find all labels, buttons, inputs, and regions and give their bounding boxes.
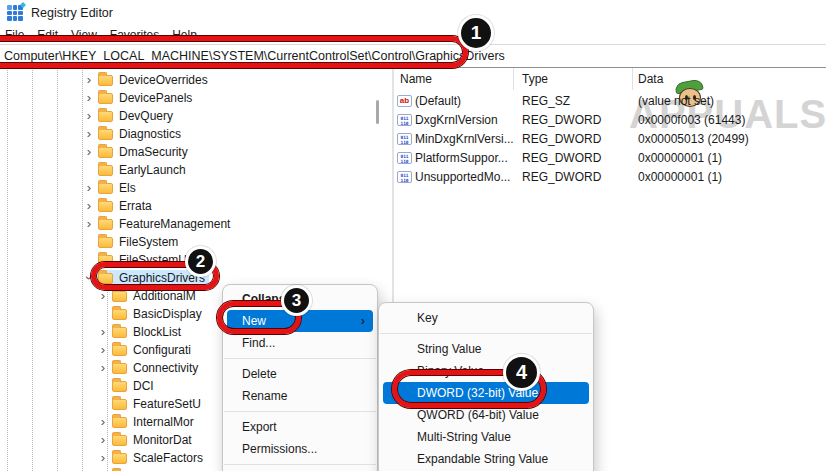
tree-item-core: Connectivity [110,360,202,376]
tree-item-core: DCI [110,378,158,394]
chevron-right-icon[interactable]: › [82,181,96,195]
column-header-type[interactable]: Type [522,72,548,86]
value-type: REG_DWORD [522,170,601,184]
submenu-item-multi-string-value[interactable]: Multi-String Value [383,426,589,448]
value-data: 0x00000001 (1) [638,151,722,165]
folder-icon [112,327,127,338]
submenu-arrow-icon: › [361,310,365,332]
tree-item-label: Connectivity [133,361,198,375]
folder-icon [98,165,113,176]
tree-scrollbar-thumb[interactable] [376,100,379,124]
chevron-right-icon[interactable]: › [96,325,110,339]
value-list: ab(Default)REG_SZ(value not set)011110Dx… [395,92,826,187]
step-4-badge: 4 [503,354,540,391]
chevron-right-icon[interactable]: › [96,433,110,447]
tree-item-label: FileSystem [119,235,178,249]
tree-item-els[interactable]: ›Els [0,179,392,197]
value-row[interactable]: 011110UnsupportedMo...REG_DWORD0x0000000… [395,168,826,187]
context-menu-item-rename[interactable]: Rename [227,385,373,407]
chevron-right-icon[interactable]: › [82,217,96,231]
folder-icon [112,309,127,320]
context-menu-item-delete[interactable]: Delete [227,363,373,385]
value-row[interactable]: 011110PlatformSuppor...REG_DWORD0x000000… [395,149,826,168]
tree-item-core: FileSystem [96,234,182,250]
step-1-badge: 1 [458,15,494,51]
chevron-right-icon[interactable]: › [96,289,110,303]
tree-item-dmasecurity[interactable]: ›DmaSecurity [0,143,392,161]
value-type: REG_DWORD [522,113,601,127]
folder-icon [112,399,127,410]
highlight-oval-address-bar [0,36,468,68]
submenu-item-expandable-string-value[interactable]: Expandable String Value [383,448,589,470]
menu-separator [224,411,376,412]
chevron-right-icon[interactable]: › [82,91,96,105]
submenu-item-string-value[interactable]: String Value [383,338,589,360]
folder-icon [112,453,127,464]
tree-item-core: DmaSecurity [96,144,192,160]
value-name: PlatformSuppor... [415,151,508,165]
value-data: 0x00005013 (20499) [638,132,749,146]
dword-value-icon: 011110 [397,152,412,164]
value-data: (value not set) [638,94,714,108]
submenu-item-key[interactable]: Key [383,307,589,329]
value-name: UnsupportedMo... [415,170,510,184]
value-type: REG_SZ [522,94,570,108]
value-row[interactable]: 011110DxgKrnlVersionREG_DWORD0x0000f003 … [395,111,826,130]
folder-icon [98,93,113,104]
menu-separator [380,333,592,334]
tree-item-core: DevQuery [96,108,177,124]
tree-item-label: MonitorDat [133,433,192,447]
chevron-right-icon[interactable]: › [82,199,96,213]
value-row[interactable]: ab(Default)REG_SZ(value not set) [395,92,826,111]
tree-item-label: FeatureManagement [119,217,230,231]
tree-item-label: DmaSecurity [119,145,188,159]
value-row[interactable]: 011110MinDxgKrnlVersi...REG_DWORD0x00005… [395,130,826,149]
tree-item-core: DeviceOverrides [96,72,212,88]
chevron-right-icon[interactable]: › [82,109,96,123]
chevron-right-icon[interactable]: › [82,127,96,141]
context-menu-item-find[interactable]: Find... [227,332,373,354]
folder-icon [98,129,113,140]
tree-item-core: BasicDisplay [110,306,206,322]
folder-icon [112,435,127,446]
tree-item-core: MonitorDat [110,432,196,448]
step-2-badge: 2 [185,246,216,277]
tree-item-errata[interactable]: ›Errata [0,197,392,215]
folder-icon [112,291,127,302]
tree-item-devicepanels[interactable]: ›DevicePanels [0,89,392,107]
value-name: (Default) [415,94,461,108]
tree-item-core: BlockList [110,324,185,340]
tree-item-diagnostics[interactable]: ›Diagnostics [0,125,392,143]
chevron-right-icon[interactable]: › [96,451,110,465]
chevron-right-icon[interactable]: › [82,73,96,87]
tree-item-label: Configurati [133,343,191,357]
context-menu-item-export[interactable]: Export [227,416,373,438]
folder-icon [98,75,113,86]
tree-item-core: Diagnostics [96,126,185,142]
tree-item-deviceoverrides[interactable]: ›DeviceOverrides [0,71,392,89]
tree-item-devquery[interactable]: ›DevQuery [0,107,392,125]
column-separator [632,68,633,90]
tree-item-label: BlockList [133,325,181,339]
value-data: 0x00000001 (1) [638,170,722,184]
step-3-badge: 3 [281,285,312,316]
tree-item-label: DeviceOverrides [119,73,208,87]
folder-icon [98,147,113,158]
value-data: 0x0000f003 (61443) [638,113,745,127]
chevron-right-icon[interactable]: › [82,145,96,159]
value-type: REG_DWORD [522,132,601,146]
tree-item-featuremanagement[interactable]: ›FeatureManagement [0,215,392,233]
folder-icon [112,363,127,374]
context-menu-item-permissions[interactable]: Permissions... [227,438,373,460]
tree-item-core: InternalMor [110,414,198,430]
tree-item-earlylaunch[interactable]: EarlyLaunch [0,161,392,179]
chevron-right-icon[interactable]: › [96,415,110,429]
column-header-data[interactable]: Data [638,72,663,86]
tree-item-core: FeatureSetU [110,396,205,412]
tree-item-label: DevQuery [119,109,173,123]
dword-value-icon: 011110 [397,171,412,183]
column-header-name[interactable]: Name [400,72,432,86]
chevron-right-icon[interactable]: › [96,361,110,375]
chevron-right-icon[interactable]: › [96,343,110,357]
window-title: Registry Editor [31,6,113,20]
